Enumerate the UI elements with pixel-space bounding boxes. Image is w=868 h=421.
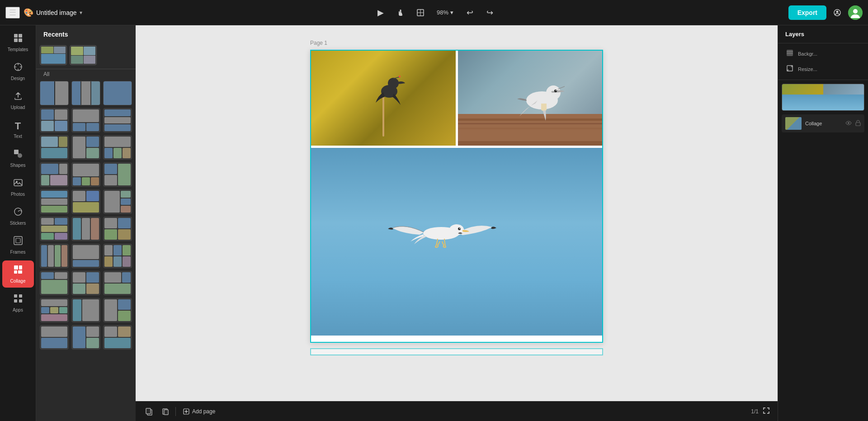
layer-lock-icon[interactable]	[855, 120, 861, 128]
svg-point-42	[556, 90, 557, 91]
add-page-button[interactable]: Add page	[179, 407, 219, 416]
template-thumb-r6-1[interactable]	[40, 217, 69, 241]
sidebar-item-shapes[interactable]: Shapes	[2, 145, 34, 172]
recent-thumbs-row	[36, 42, 136, 69]
display-mode-button[interactable]	[413, 5, 428, 20]
layers-list: Collage	[778, 80, 868, 136]
recent-thumb-1[interactable]	[40, 45, 67, 65]
template-thumb-r10-2[interactable]	[71, 325, 100, 350]
template-thumb-r5-1[interactable]	[40, 189, 69, 214]
export-button[interactable]: Export	[788, 5, 826, 20]
undo-button[interactable]: ↩	[462, 5, 477, 20]
layer-visibility-icon[interactable]	[845, 120, 852, 128]
template-thumb-r7-2[interactable]	[71, 244, 100, 268]
template-thumb-r5-3[interactable]	[103, 189, 132, 214]
copy-page-button[interactable]	[159, 405, 172, 418]
template-thumb-r7-1[interactable]	[40, 244, 69, 268]
sidebar-item-photos[interactable]: Photos	[2, 174, 34, 201]
frames-icon	[13, 236, 23, 248]
svg-rect-24	[19, 294, 22, 298]
user-avatar[interactable]	[848, 5, 863, 20]
template-row-9	[40, 298, 132, 322]
svg-point-54	[848, 122, 849, 124]
template-thumb-3row[interactable]	[103, 108, 132, 132]
canvas-bottom-bar: Add page 1/1	[136, 401, 778, 421]
svg-rect-25	[14, 299, 17, 303]
template-thumb-r9-1[interactable]	[40, 298, 69, 322]
template-thumb-r9-2[interactable]	[71, 298, 100, 322]
template-thumb-r9-3[interactable]	[103, 298, 132, 322]
template-thumb-3col[interactable]	[71, 81, 100, 105]
template-thumb-wide-top[interactable]	[71, 108, 100, 132]
template-thumb-r4-1[interactable]	[40, 162, 69, 187]
template-thumb-r6-3[interactable]	[103, 217, 132, 241]
template-thumb-r6-2[interactable]	[71, 217, 100, 241]
svg-point-31	[399, 76, 401, 77]
template-thumb-r4-2[interactable]	[71, 162, 100, 187]
svg-rect-55	[856, 123, 860, 126]
sidebar-item-text[interactable]: T Text	[2, 116, 34, 143]
sidebar-item-design[interactable]: Design	[2, 58, 34, 85]
text-label: Text	[14, 134, 22, 139]
svg-line-40	[558, 86, 565, 89]
template-thumb-single[interactable]	[103, 81, 132, 105]
sidebar-item-templates[interactable]: Templates	[2, 29, 34, 56]
template-thumb-2col[interactable]	[40, 81, 69, 105]
topbar: ☰ 🎨 Untitled image ▾ ▶ 98% ▾ ↩ ↪ Expo	[0, 0, 868, 25]
left-panel: Recents	[36, 25, 136, 421]
redo-button[interactable]: ↪	[482, 5, 497, 20]
svg-point-45	[458, 227, 461, 230]
photos-label: Photos	[11, 192, 25, 197]
upload-icon	[13, 91, 23, 103]
zoom-control[interactable]: 98% ▾	[433, 7, 457, 18]
upload-label: Upload	[11, 105, 25, 110]
sidebar-item-upload[interactable]: Upload	[2, 87, 34, 114]
sidebar-item-frames[interactable]: Frames	[2, 232, 34, 259]
hand-tool-button[interactable]	[393, 5, 408, 20]
template-thumb-r3-3[interactable]	[103, 135, 132, 160]
template-thumb-r4-3[interactable]	[103, 162, 132, 187]
template-thumb-grid[interactable]	[40, 108, 69, 132]
svg-rect-10	[19, 38, 22, 42]
template-thumb-r3-2[interactable]	[71, 135, 100, 160]
template-thumb-r7-3[interactable]	[103, 244, 132, 268]
background-tool[interactable]: Backgr...	[782, 47, 864, 61]
collage-icon	[13, 265, 23, 277]
template-thumb-r10-1[interactable]	[40, 325, 69, 350]
doc-title-area[interactable]: 🎨 Untitled image ▾	[24, 8, 82, 18]
collage-image-2[interactable]	[456, 51, 602, 146]
shapes-label: Shapes	[10, 163, 26, 168]
template-thumb-r10-3[interactable]	[103, 325, 132, 350]
background-label: Backgr...	[798, 51, 817, 57]
collage-image-3[interactable]	[311, 146, 602, 336]
sidebar-item-stickers[interactable]: Stickers	[2, 203, 34, 230]
collage-image-1[interactable]	[311, 51, 456, 146]
sidebar-item-apps[interactable]: Apps	[2, 289, 34, 317]
share-button[interactable]	[830, 5, 844, 20]
canvas-page[interactable]	[310, 50, 603, 343]
pointer-tool-button[interactable]: ▶	[373, 5, 388, 20]
template-row-1	[40, 81, 132, 105]
menu-icon-button[interactable]: ☰	[5, 7, 20, 19]
layer-label: Collage	[805, 121, 842, 126]
template-thumb-r8-1[interactable]	[40, 271, 69, 295]
template-thumb-r8-3[interactable]	[103, 271, 132, 295]
template-thumb-r5-2[interactable]	[71, 189, 100, 214]
template-grid	[36, 81, 136, 421]
fullscreen-button[interactable]	[762, 407, 770, 416]
template-thumb-r8-2[interactable]	[71, 271, 100, 295]
recent-thumb-2[interactable]	[70, 45, 97, 65]
layer-item-collage[interactable]: Collage	[782, 114, 864, 132]
doc-title-chevron: ▾	[80, 9, 82, 16]
resize-tool[interactable]: Resize...	[782, 62, 864, 76]
sidebar-item-collage[interactable]: Collage	[2, 260, 34, 288]
layer-thumbnail-large[interactable]	[782, 84, 864, 111]
canvas-scroll[interactable]: Page 1	[136, 25, 778, 401]
topbar-center: ▶ 98% ▾ ↩ ↪	[88, 5, 783, 20]
template-thumb-r3-1[interactable]	[40, 135, 69, 160]
template-row-4	[40, 162, 132, 187]
svg-rect-9	[14, 38, 18, 42]
doc-type-icon: 🎨	[24, 8, 33, 18]
duplicate-page-button[interactable]	[143, 405, 156, 418]
apps-icon	[13, 293, 23, 306]
